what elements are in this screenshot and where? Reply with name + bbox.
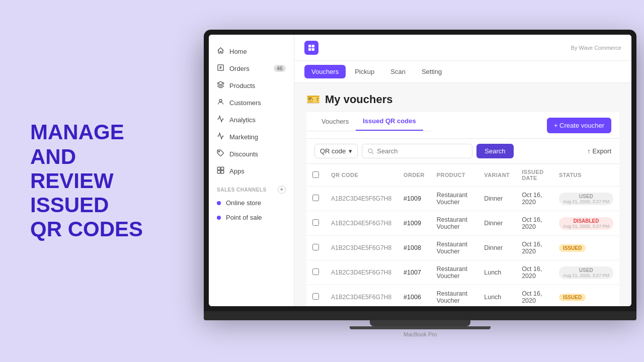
analytics-icon	[217, 115, 224, 124]
row-checkbox[interactable]	[312, 293, 319, 300]
products-icon	[217, 81, 224, 90]
status-cell: USED Aug 21, 2020, 3:27 PM	[553, 260, 619, 285]
sidebar-item-label: Analytics	[229, 116, 256, 124]
sidebar-item-label: Home	[229, 48, 247, 55]
qr-code-select[interactable]: QR code ▾	[314, 144, 358, 158]
sidebar: Home Orders 46 Products Customers Analyt…	[209, 35, 294, 306]
tab-vouchers[interactable]: Vouchers	[304, 65, 346, 78]
tabs-bar: VouchersPickupScanSetting	[294, 61, 631, 83]
sidebar-item-apps[interactable]: Apps	[209, 162, 294, 179]
select-all-checkbox[interactable]	[312, 171, 319, 178]
sidebar-item-label: Marketing	[229, 133, 258, 141]
col-header-5: ISSUED DATE	[516, 164, 553, 187]
sidebar-item-orders[interactable]: Orders 46	[209, 60, 294, 77]
channel-dot	[217, 201, 221, 205]
search-input-wrap	[362, 144, 472, 158]
search-left: QR code ▾ Search	[314, 144, 514, 158]
status-note: Aug 21, 2020, 3:27 PM	[563, 199, 609, 204]
channel-item-online-store[interactable]: Online store	[209, 196, 294, 210]
sidebar-item-analytics[interactable]: Analytics	[209, 111, 294, 128]
row-checkbox[interactable]	[312, 268, 319, 275]
row-checkbox[interactable]	[312, 244, 319, 250]
search-input[interactable]	[377, 147, 457, 155]
status-badge: ISSUED	[559, 244, 586, 252]
sidebar-item-discounts[interactable]: Discounts	[209, 145, 294, 162]
qr-select-label: QR code	[320, 147, 346, 155]
col-header-4: VARIANT	[478, 164, 516, 187]
sidebar-item-products[interactable]: Products	[209, 77, 294, 94]
tab-scan[interactable]: Scan	[383, 65, 413, 78]
status-badge: USED Aug 21, 2020, 3:27 PM	[559, 266, 613, 279]
orders-icon	[217, 64, 224, 73]
sidebar-item-marketing[interactable]: Marketing	[209, 128, 294, 145]
page-emoji: 🎫	[306, 93, 320, 106]
hero-title: MANAGE AND REVIEW ISSUED QR CODES	[30, 120, 166, 241]
add-channel-button[interactable]: +	[278, 186, 286, 194]
svg-point-2	[219, 100, 222, 102]
table-row: A1B2C3D4E5F6G7H8 #1008 Restaurant Vouche…	[306, 236, 619, 260]
qr-code-cell: A1B2C3D4E5F6G7H8	[325, 236, 397, 260]
order-cell: #1009	[397, 211, 431, 236]
order-cell: #1007	[397, 260, 431, 285]
status-cell: ISSUED	[553, 236, 619, 260]
issued-date-cell: Oct 16, 2020	[516, 260, 553, 285]
sales-channels-label: SALES CHANNELS +	[209, 179, 294, 196]
product-cell: Restaurant Voucher	[431, 211, 478, 236]
sub-tab-vouchers[interactable]: Vouchers	[314, 113, 356, 130]
sidebar-item-customers[interactable]: Customers	[209, 94, 294, 111]
issued-date-cell: Oct 16, 2020	[516, 211, 553, 236]
status-cell: DISABLED Aug 21, 2020, 3:27 PM	[553, 211, 619, 236]
row-checkbox-cell	[306, 236, 325, 260]
home-icon	[217, 47, 224, 56]
variant-cell: Lunch	[478, 285, 516, 307]
sidebar-item-home[interactable]: Home	[209, 43, 294, 60]
sub-tab-issued-qr-codes[interactable]: Issued QR codes	[356, 112, 423, 131]
svg-rect-9	[312, 45, 314, 47]
product-cell: Restaurant Voucher	[431, 236, 478, 260]
row-checkbox[interactable]	[312, 219, 319, 226]
status-badge: DISABLED Aug 21, 2020, 3:27 PM	[559, 217, 613, 230]
table-row: A1B2C3D4E5F6G7H8 #1009 Restaurant Vouche…	[306, 211, 619, 236]
variant-cell: Dinner	[478, 236, 516, 260]
variant-cell: Dinner	[478, 187, 516, 211]
content-area: VouchersIssued QR codes + Create voucher…	[294, 112, 631, 306]
main-content: By Wave Commerce VouchersPickupScanSetti…	[294, 35, 631, 306]
search-button[interactable]: Search	[476, 144, 513, 158]
row-checkbox-cell	[306, 285, 325, 307]
table-row: A1B2C3D4E5F6G7H8 #1009 Restaurant Vouche…	[306, 187, 619, 211]
svg-rect-5	[221, 167, 224, 170]
svg-point-3	[218, 151, 219, 152]
col-header-0	[306, 164, 325, 187]
row-checkbox-cell	[306, 211, 325, 236]
status-badge: USED Aug 21, 2020, 3:27 PM	[559, 193, 613, 205]
sidebar-item-label: Discounts	[229, 150, 258, 158]
issued-date-cell: Oct 16, 2020	[516, 187, 553, 211]
qr-code-cell: A1B2C3D4E5F6G7H8	[325, 211, 397, 236]
svg-line-13	[372, 152, 373, 154]
qr-code-cell: A1B2C3D4E5F6G7H8	[325, 285, 397, 307]
product-cell: Restaurant Voucher	[431, 285, 478, 307]
row-checkbox[interactable]	[312, 195, 319, 201]
sidebar-item-label: Apps	[229, 167, 245, 175]
channel-dot	[217, 216, 221, 220]
sidebar-item-label: Products	[229, 82, 255, 89]
status-note: Aug 21, 2020, 3:27 PM	[563, 273, 609, 278]
tab-setting[interactable]: Setting	[415, 65, 449, 78]
svg-marker-1	[217, 81, 224, 84]
export-button[interactable]: ↑ Export	[587, 147, 611, 155]
svg-rect-11	[312, 48, 314, 50]
page-title: My vouchers	[325, 93, 393, 106]
channel-label: Point of sale	[226, 214, 262, 221]
channel-item-point-of-sale[interactable]: Point of sale	[209, 210, 294, 225]
upload-icon: ↑	[587, 147, 591, 155]
macbook-screen: Home Orders 46 Products Customers Analyt…	[204, 30, 636, 311]
create-voucher-button[interactable]: + Create voucher	[547, 118, 611, 133]
page-heading: 🎫 My vouchers	[294, 83, 631, 112]
col-header-6: STATUS	[553, 164, 619, 187]
svg-rect-8	[308, 45, 311, 47]
qr-code-cell: A1B2C3D4E5F6G7H8	[325, 260, 397, 285]
macbook-foot	[350, 326, 491, 329]
tab-pickup[interactable]: Pickup	[348, 65, 381, 78]
issued-date-cell: Oct 16, 2020	[516, 285, 553, 307]
macbook-stand	[370, 320, 470, 326]
